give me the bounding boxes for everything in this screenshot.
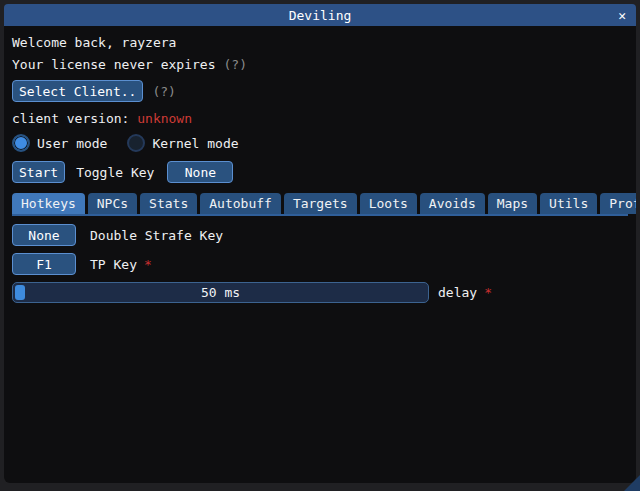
select-client-button[interactable]: Select Client..	[12, 80, 143, 102]
kernel-mode-radio[interactable]: Kernel mode	[127, 134, 238, 152]
license-text: Your license never expires	[12, 57, 216, 72]
client-version-value: unknown	[137, 111, 192, 126]
tp-key-required-asterisk: *	[144, 257, 152, 272]
tab-npcs[interactable]: NPCs	[88, 193, 137, 214]
delay-slider-value: 50 ms	[13, 283, 428, 302]
client-version-label: client version:	[12, 111, 137, 126]
toggle-key-button[interactable]: None	[167, 161, 233, 183]
close-icon[interactable]: ✕	[618, 4, 626, 26]
user-mode-radio[interactable]: User mode	[12, 134, 107, 152]
resize-grip[interactable]	[624, 475, 640, 491]
tab-utils[interactable]: Utils	[540, 193, 597, 214]
tab-avoids[interactable]: Avoids	[420, 193, 485, 214]
tab-loots[interactable]: Loots	[360, 193, 417, 214]
client-version-row: client version: unknown	[12, 111, 628, 126]
delay-slider[interactable]: 50 ms	[12, 282, 429, 303]
start-button[interactable]: Start	[12, 161, 65, 183]
radio-unchecked-icon	[127, 134, 145, 152]
tp-key-label: TP Key	[90, 257, 137, 272]
radio-checked-icon	[12, 134, 30, 152]
welcome-row: Welcome back, rayzera	[12, 35, 628, 50]
tab-stats[interactable]: Stats	[140, 193, 197, 214]
tab-hotkeys[interactable]: Hotkeys	[12, 193, 85, 214]
tp-key-row: F1 TP Key *	[12, 253, 628, 275]
double-strafe-row: None Double Strafe Key	[12, 224, 628, 246]
start-row: Start Toggle Key None	[12, 161, 628, 183]
tab-targets[interactable]: Targets	[284, 193, 357, 214]
delay-label: delay	[438, 285, 477, 300]
select-client-row: Select Client.. (?)	[12, 80, 628, 102]
kernel-mode-label: Kernel mode	[152, 136, 238, 151]
user-mode-label: User mode	[37, 136, 107, 151]
welcome-text: Welcome back, rayzera	[12, 35, 176, 50]
tab-maps[interactable]: Maps	[488, 193, 537, 214]
license-help-icon[interactable]: (?)	[224, 57, 247, 72]
delay-row: 50 ms delay *	[12, 282, 628, 303]
double-strafe-key-button[interactable]: None	[12, 224, 76, 246]
delay-required-asterisk: *	[484, 285, 492, 300]
tp-key-button[interactable]: F1	[12, 253, 76, 275]
license-row: Your license never expires (?)	[12, 57, 628, 72]
toggle-key-label: Toggle Key	[76, 165, 154, 180]
select-client-help-icon[interactable]: (?)	[152, 84, 175, 99]
double-strafe-label: Double Strafe Key	[90, 228, 223, 243]
tab-profiles[interactable]: Profiles	[600, 193, 636, 214]
window-title: Deviling	[289, 8, 352, 23]
window-content: Welcome back, rayzera Your license never…	[4, 26, 636, 483]
tab-autobuff[interactable]: Autobuff	[200, 193, 281, 214]
mode-radio-group: User mode Kernel mode	[12, 134, 628, 152]
tab-bar: Hotkeys NPCs Stats Autobuff Targets Loot…	[12, 193, 628, 216]
title-bar[interactable]: Deviling ✕	[4, 4, 636, 26]
